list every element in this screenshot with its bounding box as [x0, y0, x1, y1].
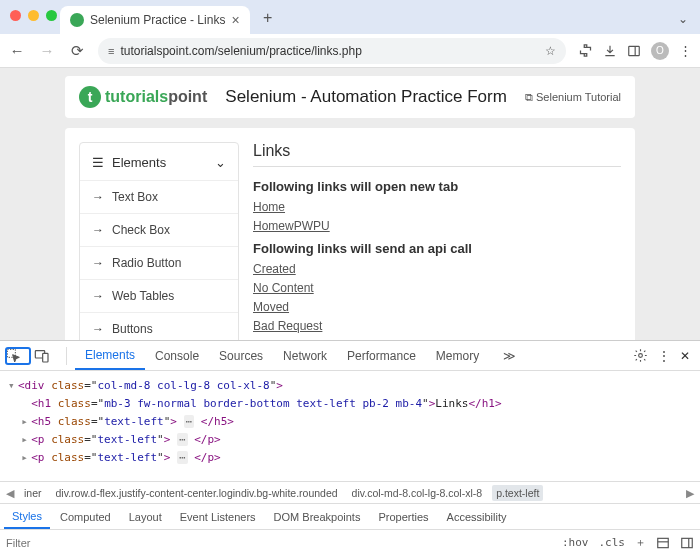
sidebar-item-label: Buttons [112, 322, 153, 336]
sidebar-item[interactable]: →Web Tables [80, 279, 238, 312]
styles-tab[interactable]: Layout [121, 504, 170, 529]
reload-button[interactable]: ⟳ [68, 42, 86, 60]
download-icon[interactable] [603, 44, 617, 58]
dom-line[interactable]: ▸<p class="text-left"> ⋯ </p> [8, 431, 692, 449]
styles-tab[interactable]: Computed [52, 504, 119, 529]
devtools-tab[interactable]: Performance [337, 341, 426, 370]
address-bar[interactable]: ≡ tutorialspoint.com/selenium/practice/l… [98, 38, 566, 64]
breadcrumb-item[interactable]: p.text-left [492, 485, 543, 501]
sidebar-item-label: Text Box [112, 190, 158, 204]
forward-button[interactable]: → [38, 42, 56, 59]
new-tab-button[interactable]: + [258, 8, 278, 28]
section-heading: Following links will open new tab [253, 179, 621, 194]
dom-tree[interactable]: ▾<div class="col-md-8 col-lg-8 col-xl-8"… [0, 371, 700, 481]
site-logo[interactable]: t tutorialspoint [79, 86, 207, 108]
breadcrumb-item[interactable]: div.col-md-8.col-lg-8.col-xl-8 [348, 485, 487, 501]
arrow-right-icon: → [92, 223, 104, 237]
styles-tab[interactable]: DOM Breakpoints [266, 504, 369, 529]
svg-rect-6 [658, 538, 669, 547]
dom-line[interactable]: ▾<div class="col-md-8 col-lg-8 col-xl-8"… [8, 377, 692, 395]
side-panel-icon[interactable] [627, 44, 641, 58]
sidebar-item[interactable]: →Text Box [80, 180, 238, 213]
sidebar-item-label: Radio Button [112, 256, 181, 270]
devtools-tab[interactable]: Memory [426, 341, 489, 370]
new-style-rule-icon[interactable]: ＋ [635, 535, 646, 550]
close-window-button[interactable] [10, 10, 21, 21]
browser-tabstrip: Selenium Practice - Links × + ⌄ [0, 0, 700, 34]
breadcrumb-left-icon[interactable]: ◀ [4, 487, 16, 499]
sidebar-item[interactable]: →Check Box [80, 213, 238, 246]
extensions-icon[interactable] [578, 43, 593, 58]
arrow-right-icon: → [92, 289, 104, 303]
close-devtools-icon[interactable]: ✕ [680, 349, 690, 363]
arrow-right-icon: → [92, 322, 104, 336]
dom-line[interactable]: ▸<h5 class="text-left"> ⋯ </h5> [8, 413, 692, 431]
toggle-sidebar-icon[interactable] [680, 536, 694, 550]
dom-line[interactable]: <h1 class="mb-3 fw-normal border-bottom … [8, 395, 692, 413]
sidebar-header[interactable]: ☰ Elements ⌄ [80, 145, 238, 180]
chevron-down-icon: ⌄ [215, 155, 226, 170]
devtools-tabbar: ElementsConsoleSourcesNetworkPerformance… [0, 341, 700, 371]
styles-filterbar: :hov .cls ＋ [0, 529, 700, 555]
dom-line[interactable]: ▸<p class="text-left"> ⋯ </p> [8, 449, 692, 467]
devtools-tab[interactable]: Elements [75, 341, 145, 370]
sidebar: ☰ Elements ⌄ →Text Box→Check Box→Radio B… [79, 142, 239, 340]
sidebar-item[interactable]: →Radio Button [80, 246, 238, 279]
device-toolbar-icon[interactable] [34, 348, 58, 364]
chevron-down-icon[interactable]: ⌄ [678, 12, 688, 26]
more-icon[interactable]: ⋮ [658, 349, 670, 363]
sidebar-item-label: Check Box [112, 223, 170, 237]
svg-point-5 [639, 354, 643, 358]
devtools-overflow[interactable]: ≫ [493, 341, 526, 370]
page-header: t tutorialspoint Selenium - Automation P… [65, 76, 635, 118]
breadcrumb-right-icon[interactable]: ▶ [684, 487, 696, 499]
inspect-element-icon[interactable] [6, 348, 30, 364]
content-link[interactable]: No Content [253, 281, 621, 295]
svg-rect-8 [682, 538, 693, 547]
close-tab-icon[interactable]: × [231, 12, 239, 28]
sidebar-item[interactable]: →Buttons [80, 312, 238, 340]
content-link[interactable]: Home [253, 200, 621, 214]
content-heading: Links [253, 142, 621, 167]
bookmark-icon[interactable]: ☆ [545, 44, 556, 58]
minimize-window-button[interactable] [28, 10, 39, 21]
content-link[interactable]: Bad Request [253, 319, 621, 333]
content-link[interactable]: Created [253, 262, 621, 276]
browser-toolbar: ← → ⟳ ≡ tutorialspoint.com/selenium/prac… [0, 34, 700, 68]
styles-filter-input[interactable] [6, 537, 552, 549]
section-heading: Following links will send an api call [253, 241, 621, 256]
tutorial-link[interactable]: ⧉ Selenium Tutorial [525, 91, 621, 104]
browser-tab[interactable]: Selenium Practice - Links × [60, 6, 250, 34]
content-link[interactable]: HomewPWPU [253, 219, 621, 233]
profile-avatar[interactable]: O [651, 42, 669, 60]
devtools-tab[interactable]: Network [273, 341, 337, 370]
cls-toggle[interactable]: .cls [599, 536, 626, 549]
svg-rect-0 [629, 46, 640, 55]
back-button[interactable]: ← [8, 42, 26, 59]
settings-icon[interactable] [633, 348, 648, 363]
page-title: Selenium - Automation Practice Form [219, 87, 513, 107]
breadcrumb-item[interactable]: iner [20, 485, 46, 501]
content-link[interactable]: Moved [253, 300, 621, 314]
hamburger-icon: ☰ [92, 155, 104, 170]
window-controls [10, 10, 57, 21]
logo-badge-icon: t [79, 86, 101, 108]
devtools-tab[interactable]: Console [145, 341, 209, 370]
devtools-panel: ElementsConsoleSourcesNetworkPerformance… [0, 340, 700, 555]
styles-tab[interactable]: Styles [4, 504, 50, 529]
maximize-window-button[interactable] [46, 10, 57, 21]
menu-icon[interactable]: ⋮ [679, 43, 692, 58]
arrow-right-icon: → [92, 190, 104, 204]
styles-tab[interactable]: Accessibility [439, 504, 515, 529]
hov-toggle[interactable]: :hov [562, 536, 589, 549]
devtools-tab[interactable]: Sources [209, 341, 273, 370]
site-settings-icon[interactable]: ≡ [108, 45, 114, 57]
svg-rect-4 [43, 353, 48, 362]
styles-tab[interactable]: Properties [370, 504, 436, 529]
breadcrumb-item[interactable]: div.row.d-flex.justify-content-center.lo… [52, 485, 342, 501]
arrow-right-icon: → [92, 256, 104, 270]
favicon-icon [70, 13, 84, 27]
styles-tab[interactable]: Event Listeners [172, 504, 264, 529]
url-text: tutorialspoint.com/selenium/practice/lin… [120, 44, 361, 58]
computed-panel-icon[interactable] [656, 536, 670, 550]
